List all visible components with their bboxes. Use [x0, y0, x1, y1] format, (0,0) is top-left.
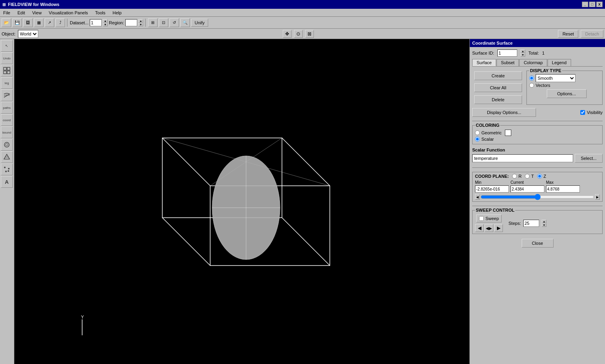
steps-label: Steps:	[508, 221, 521, 226]
dataset-spin-up[interactable]: ▲	[103, 19, 108, 23]
surface-id-spin-up[interactable]: ▲	[520, 49, 525, 53]
divider3	[472, 206, 603, 206]
grid-tool-btn[interactable]	[1, 65, 13, 77]
steps-spin-up[interactable]: ▲	[542, 220, 546, 223]
divider2	[472, 167, 603, 168]
visibility-checkbox[interactable]	[580, 110, 585, 115]
close-button[interactable]: X	[596, 2, 603, 7]
geometric-radio[interactable]	[475, 130, 480, 135]
toolbar-grid-btn[interactable]: ▦	[34, 18, 43, 27]
sweep-next-btn[interactable]: ▶	[494, 224, 503, 232]
toolbar-open-btn[interactable]: 📂	[2, 18, 11, 27]
object-select[interactable]: World	[18, 30, 38, 38]
scatter-tool-btn[interactable]	[1, 163, 13, 175]
min-value-input[interactable]	[475, 185, 509, 193]
viewport[interactable]: Y	[14, 39, 469, 364]
coord-slider[interactable]	[481, 194, 594, 200]
max-value-input[interactable]	[546, 185, 580, 193]
vortex-tool-btn[interactable]	[1, 139, 13, 151]
t-radio[interactable]	[525, 174, 530, 179]
legend-tool-btn[interactable]: leg	[1, 77, 13, 89]
move-btn[interactable]: ✥	[283, 30, 292, 38]
undo-tool-btn[interactable]: Undo	[1, 52, 13, 64]
tab-colormap[interactable]: Colormap	[519, 59, 547, 66]
menu-view[interactable]: View	[31, 10, 43, 16]
r-radio[interactable]	[512, 174, 517, 179]
stream-tool-btn[interactable]	[1, 89, 13, 101]
detach-button[interactable]: Detach	[581, 30, 603, 38]
tab-surface[interactable]: Surface	[472, 59, 496, 66]
object-label: Object:	[2, 31, 16, 36]
toolbar-search-btn[interactable]: 🔍	[180, 18, 190, 27]
select-scalar-button[interactable]: Select...	[575, 154, 603, 163]
panel-tabs: Surface Subset Colormap Legend	[472, 59, 603, 67]
text-tool-btn[interactable]: A	[1, 176, 13, 188]
dataset-spin-down[interactable]: ▼	[103, 23, 108, 26]
menu-vis-panels[interactable]: Visualization Panels	[47, 10, 89, 16]
bound-tool-btn[interactable]: bound	[1, 126, 13, 138]
display-options-button[interactable]: Display Options...	[472, 108, 536, 117]
create-button[interactable]: Create	[474, 71, 522, 80]
display-type-select[interactable]: Smooth Flat Wireframe	[536, 74, 575, 82]
z-radio[interactable]	[537, 174, 542, 179]
unify-button[interactable]: Unify	[191, 19, 208, 27]
region-label: Region:	[109, 20, 124, 25]
steps-spin-down[interactable]: ▼	[542, 223, 546, 227]
steps-input[interactable]	[523, 220, 539, 227]
toolbar-zoom-btn[interactable]: ⊞	[148, 18, 158, 27]
coord-tool-btn[interactable]: coord	[1, 114, 13, 126]
minimize-button[interactable]: _	[582, 2, 588, 7]
iso-tool-btn[interactable]	[1, 151, 13, 163]
scalar-function-section: Scalar Function Select...	[472, 148, 603, 163]
region-spin-down[interactable]: ▼	[138, 23, 143, 26]
sweep-checkbox-btn[interactable]: Sweep	[476, 214, 502, 222]
svg-text:Y: Y	[81, 315, 84, 319]
toolbar-rotate-btn[interactable]: ↺	[169, 18, 179, 27]
svg-marker-6	[4, 154, 10, 159]
clear-all-button[interactable]: Clear All	[474, 83, 522, 92]
transform-btn[interactable]: ⊠	[305, 30, 314, 38]
dataset-input[interactable]	[90, 19, 102, 26]
menu-tools[interactable]: Tools	[94, 10, 107, 16]
toolbar-export-btn[interactable]: ⤴	[55, 18, 65, 27]
svg-rect-0	[4, 67, 6, 70]
right-panel: Coordinate Surface Surface ID: ▲ ▼ Total…	[469, 39, 605, 364]
smooth-radio[interactable]	[529, 76, 534, 81]
tab-legend[interactable]: Legend	[548, 59, 571, 66]
current-value-input[interactable]	[510, 185, 544, 193]
region-spin-up[interactable]: ▲	[138, 19, 143, 23]
reset-button[interactable]: Reset	[558, 30, 578, 38]
slider-right-arrow[interactable]: ▶	[595, 194, 600, 200]
sweep-checkbox[interactable]	[479, 216, 484, 221]
toolbar-cursor-btn[interactable]: ↗	[45, 18, 54, 27]
scalar-function-input[interactable]	[472, 154, 573, 162]
color-swatch[interactable]	[505, 130, 511, 136]
sweep-prev-btn[interactable]: ◀▶	[485, 224, 493, 232]
region-input[interactable]	[125, 19, 137, 26]
current-label: Current	[510, 180, 544, 185]
sweep-control-label: SWEEP CONTROL	[475, 208, 515, 212]
surface-id-input[interactable]	[497, 49, 517, 57]
paths-tool-btn[interactable]: paths	[1, 102, 13, 114]
svg-rect-1	[7, 67, 10, 70]
rotate-btn[interactable]: ⊙	[294, 30, 303, 38]
select-tool-btn[interactable]: ↖	[1, 40, 13, 52]
slider-left-arrow[interactable]: ◀	[475, 194, 480, 200]
surface-id-spin-down[interactable]: ▼	[520, 53, 525, 57]
delete-button[interactable]: Delete	[474, 95, 522, 104]
toolbar-fit-btn[interactable]: ⊡	[159, 18, 168, 27]
vectors-radio[interactable]	[529, 83, 534, 88]
sweep-prev-prev-btn[interactable]: ◀	[475, 224, 484, 232]
tab-subset[interactable]: Subset	[497, 59, 519, 66]
menu-edit[interactable]: Edit	[16, 10, 27, 16]
close-button[interactable]: Close	[522, 239, 554, 248]
toolbar-3d-btn[interactable]: 🖼	[23, 18, 33, 27]
maximize-button[interactable]: □	[589, 2, 595, 7]
menu-file[interactable]: File	[2, 10, 12, 16]
options-button[interactable]: Options...	[547, 89, 587, 98]
app-title: FIELDVIEW for Windows	[8, 2, 59, 7]
menu-help[interactable]: Help	[111, 10, 123, 16]
toolbar-save-btn[interactable]: 💾	[12, 18, 22, 27]
coord-plane-label: COORD PLANE:	[475, 174, 509, 179]
scalar-radio[interactable]	[475, 137, 480, 142]
